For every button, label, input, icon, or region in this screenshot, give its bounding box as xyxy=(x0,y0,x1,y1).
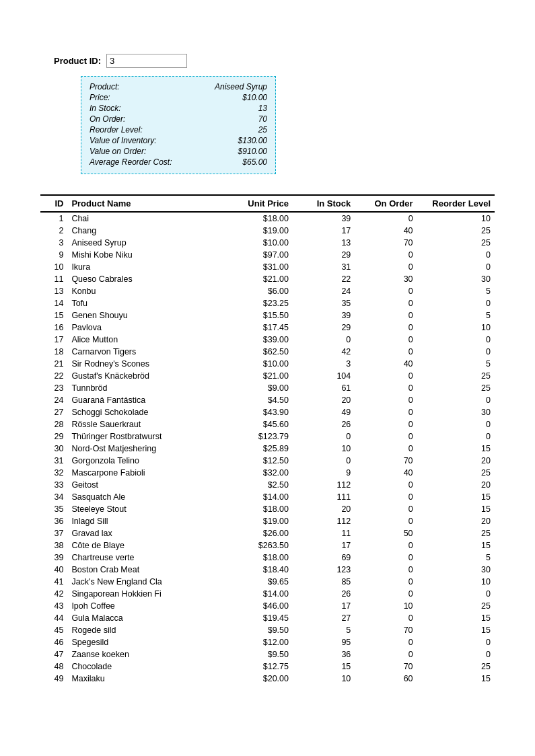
cell-reorder: 5 xyxy=(417,552,495,564)
cell-id: 48 xyxy=(40,660,67,673)
info-row: Reorder Level:25 xyxy=(90,125,267,135)
cell-stock: 11 xyxy=(293,527,355,539)
col-header-name: Product Name xyxy=(67,195,223,212)
table-row: 31 Gorgonzola Telino $12.50 0 70 20 xyxy=(40,455,495,467)
cell-reorder: 30 xyxy=(417,406,495,418)
cell-order: 0 xyxy=(355,406,417,418)
cell-price: $14.00 xyxy=(223,588,293,600)
cell-stock: 0 xyxy=(293,334,355,346)
cell-name: Tunnbröd xyxy=(67,382,223,394)
cell-id: 31 xyxy=(40,455,67,467)
table-row: 37 Gravad lax $26.00 11 50 25 xyxy=(40,527,495,539)
table-row: 35 Steeleye Stout $18.00 20 0 15 xyxy=(40,503,495,515)
cell-reorder: 5 xyxy=(417,309,495,322)
cell-name: Gustaf's Knäckebröd xyxy=(67,370,223,382)
table-section: ID Product Name Unit Price In Stock On O… xyxy=(40,194,495,685)
cell-order: 0 xyxy=(355,334,417,346)
cell-name: Ipoh Coffee xyxy=(67,600,223,612)
cell-order: 0 xyxy=(355,297,417,309)
cell-price: $45.60 xyxy=(223,418,293,430)
cell-price: $2.50 xyxy=(223,479,293,491)
cell-reorder: 15 xyxy=(417,443,495,455)
cell-price: $19.45 xyxy=(223,612,293,624)
cell-reorder: 20 xyxy=(417,455,495,467)
cell-id: 43 xyxy=(40,600,67,612)
cell-reorder: 5 xyxy=(417,285,495,297)
cell-price: $32.00 xyxy=(223,467,293,479)
cell-price: $19.00 xyxy=(223,515,293,527)
cell-price: $39.00 xyxy=(223,334,293,346)
cell-price: $18.00 xyxy=(223,552,293,564)
cell-order: 70 xyxy=(355,660,417,673)
cell-reorder: 20 xyxy=(417,515,495,527)
info-row: Price:$10.00 xyxy=(90,93,267,102)
cell-name: Queso Cabrales xyxy=(67,273,223,285)
cell-order: 0 xyxy=(355,322,417,334)
cell-order: 30 xyxy=(355,273,417,285)
cell-name: Tofu xyxy=(67,297,223,309)
cell-id: 3 xyxy=(40,237,67,249)
cell-name: Inlagd Sill xyxy=(67,515,223,527)
cell-name: Rössle Sauerkraut xyxy=(67,418,223,430)
cell-order: 0 xyxy=(355,430,417,443)
table-row: 36 Inlagd Sill $19.00 112 0 20 xyxy=(40,515,495,527)
table-row: 3 Aniseed Syrup $10.00 13 70 25 xyxy=(40,237,495,249)
cell-id: 21 xyxy=(40,358,67,370)
info-value: Aniseed Syrup xyxy=(215,82,267,91)
table-row: 17 Alice Mutton $39.00 0 0 0 xyxy=(40,334,495,346)
cell-name: Konbu xyxy=(67,285,223,297)
cell-order: 0 xyxy=(355,576,417,588)
cell-order: 0 xyxy=(355,382,417,394)
table-row: 42 Singaporean Hokkien Fi $14.00 26 0 0 xyxy=(40,588,495,600)
cell-stock: 49 xyxy=(293,406,355,418)
table-row: 45 Rogede sild $9.50 5 70 15 xyxy=(40,624,495,636)
cell-reorder: 15 xyxy=(417,673,495,685)
cell-reorder: 10 xyxy=(417,212,495,225)
cell-price: $19.00 xyxy=(223,225,293,237)
info-value: 13 xyxy=(258,104,267,113)
table-row: 30 Nord-Ost Matjeshering $25.89 10 0 15 xyxy=(40,443,495,455)
cell-stock: 10 xyxy=(293,673,355,685)
cell-price: $9.50 xyxy=(223,648,293,660)
cell-stock: 9 xyxy=(293,467,355,479)
cell-id: 41 xyxy=(40,576,67,588)
cell-reorder: 0 xyxy=(417,588,495,600)
table-row: 43 Ipoh Coffee $46.00 17 10 25 xyxy=(40,600,495,612)
product-id-input[interactable] xyxy=(106,54,187,68)
cell-order: 0 xyxy=(355,636,417,648)
cell-order: 70 xyxy=(355,455,417,467)
cell-price: $18.00 xyxy=(223,212,293,225)
cell-id: 40 xyxy=(40,564,67,576)
cell-name: Sir Rodney's Scones xyxy=(67,358,223,370)
cell-name: Genen Shouyu xyxy=(67,309,223,322)
cell-price: $10.00 xyxy=(223,358,293,370)
cell-order: 0 xyxy=(355,309,417,322)
cell-id: 23 xyxy=(40,382,67,394)
cell-stock: 31 xyxy=(293,261,355,273)
cell-price: $43.90 xyxy=(223,406,293,418)
cell-id: 27 xyxy=(40,406,67,418)
cell-price: $4.50 xyxy=(223,394,293,406)
cell-reorder: 30 xyxy=(417,273,495,285)
table-row: 2 Chang $19.00 17 40 25 xyxy=(40,225,495,237)
cell-stock: 112 xyxy=(293,479,355,491)
cell-price: $12.50 xyxy=(223,455,293,467)
info-value: $10.00 xyxy=(242,93,267,102)
cell-reorder: 5 xyxy=(417,358,495,370)
table-row: 11 Queso Cabrales $21.00 22 30 30 xyxy=(40,273,495,285)
table-row: 27 Schoggi Schokolade $43.90 49 0 30 xyxy=(40,406,495,418)
cell-reorder: 25 xyxy=(417,527,495,539)
info-label: Value on Order: xyxy=(90,147,146,156)
cell-order: 0 xyxy=(355,515,417,527)
table-row: 13 Konbu $6.00 24 0 5 xyxy=(40,285,495,297)
cell-order: 0 xyxy=(355,552,417,564)
cell-name: Chartreuse verte xyxy=(67,552,223,564)
info-row: Value on Order:$910.00 xyxy=(90,147,267,156)
cell-name: Nord-Ost Matjeshering xyxy=(67,443,223,455)
cell-id: 2 xyxy=(40,225,67,237)
cell-stock: 95 xyxy=(293,636,355,648)
cell-stock: 13 xyxy=(293,237,355,249)
info-value: $130.00 xyxy=(238,136,267,145)
cell-id: 22 xyxy=(40,370,67,382)
table-row: 16 Pavlova $17.45 29 0 10 xyxy=(40,322,495,334)
